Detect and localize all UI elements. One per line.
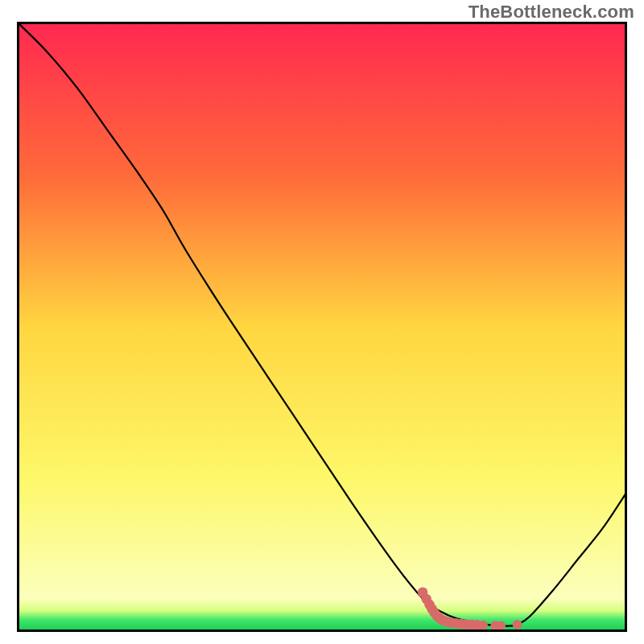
data-marker [513, 620, 522, 630]
attribution-text: TheBottleneck.com [469, 2, 634, 23]
chart-svg [17, 22, 627, 632]
data-marker [496, 621, 506, 631]
data-marker [478, 621, 488, 630]
chart-background [17, 22, 627, 632]
bottleneck-chart [17, 22, 627, 632]
